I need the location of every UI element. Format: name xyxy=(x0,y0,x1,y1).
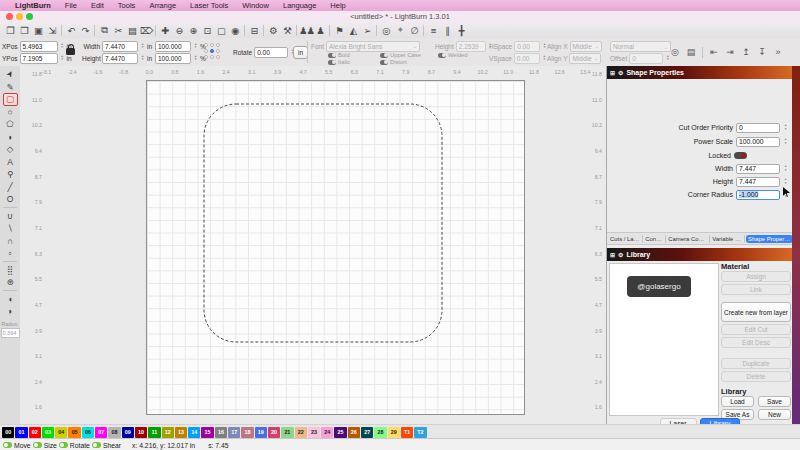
panel-tab-1[interactable]: Cuts / Lay... xyxy=(608,235,643,243)
undo-icon[interactable]: ↶ xyxy=(64,25,78,36)
undock-icon[interactable]: ⊞ xyxy=(610,251,615,258)
menu-language[interactable]: Language xyxy=(276,1,323,10)
italic-toggle[interactable]: Italic xyxy=(328,59,350,65)
shape-width-stepper[interactable] xyxy=(783,164,788,173)
undock-icon[interactable]: ⊞ xyxy=(610,69,615,76)
shape-height-stepper[interactable] xyxy=(783,177,788,186)
align-right-icon[interactable]: ⇥ xyxy=(723,47,737,57)
color-chip-18[interactable]: 18 xyxy=(241,427,253,438)
pan-icon[interactable]: ✚ xyxy=(158,25,172,36)
boolean-intersect-tool[interactable]: ∩ xyxy=(3,235,18,248)
toggle-shear[interactable]: Shear xyxy=(92,442,121,449)
overflow-icon[interactable]: » xyxy=(771,47,785,57)
color-chip-10[interactable]: 10 xyxy=(135,427,147,438)
font-select[interactable]: Alexia Bright Sans xyxy=(326,41,420,52)
color-chip-06[interactable]: 06 xyxy=(82,427,94,438)
color-chip-13[interactable]: 13 xyxy=(175,427,187,438)
welded-toggle[interactable]: Welded xyxy=(438,52,468,58)
height-stepper[interactable] xyxy=(140,54,145,63)
menu-lightburn[interactable]: LightBurn xyxy=(8,1,58,10)
color-chip-08[interactable]: 08 xyxy=(108,427,120,438)
color-chip-02[interactable]: 02 xyxy=(29,427,41,438)
position-laser-tool[interactable]: ⚲ xyxy=(3,168,18,181)
anchor-point-selector[interactable] xyxy=(204,43,220,59)
color-chip-T1[interactable]: T1 xyxy=(401,427,413,438)
rotate-input[interactable]: 0.00 xyxy=(254,47,288,58)
color-chip-05[interactable]: 05 xyxy=(68,427,80,438)
color-chip-12[interactable]: 12 xyxy=(162,427,174,438)
text-tool[interactable]: A xyxy=(3,156,18,169)
align-left-icon[interactable]: ⇤ xyxy=(707,47,721,57)
shape-height-input[interactable]: 7.447 xyxy=(736,177,780,187)
color-chip-21[interactable]: 21 xyxy=(281,427,293,438)
power-scale-stepper[interactable] xyxy=(783,137,788,146)
create-new-from-layer-button[interactable]: Create new from layer xyxy=(721,302,791,322)
work-area[interactable] xyxy=(146,80,525,415)
load-button[interactable]: Load xyxy=(721,396,754,407)
draw-lines-tool[interactable]: ✎ xyxy=(3,81,18,94)
panel-tab-3[interactable]: Camera Cont... xyxy=(666,235,710,243)
frame-selection-icon[interactable]: ▢ xyxy=(214,25,228,36)
menu-tools[interactable]: Tools xyxy=(111,1,143,10)
color-chip-24[interactable]: 24 xyxy=(321,427,333,438)
menu-window[interactable]: Window xyxy=(235,1,276,10)
rotary-icon[interactable]: ∅ xyxy=(407,25,421,36)
menu-file[interactable]: File xyxy=(58,1,84,10)
circular-array-tool[interactable]: ⊛ xyxy=(3,276,18,289)
width-scale-input[interactable]: 100.000 xyxy=(155,41,191,52)
print-frame-icon[interactable]: ▤ xyxy=(684,47,698,57)
link-button[interactable]: Link xyxy=(721,284,791,295)
edit-desc-button[interactable]: Edit Desc xyxy=(721,337,791,348)
library-header[interactable]: ⊞ ⚙ Library xyxy=(607,248,793,261)
delete-icon[interactable]: ⌦ xyxy=(139,25,153,36)
toggle-size[interactable]: Size xyxy=(33,442,57,449)
color-chip-07[interactable]: 07 xyxy=(95,427,107,438)
offset-shapes-tool[interactable]: O xyxy=(3,193,18,206)
paste-icon[interactable]: ▤ xyxy=(125,25,139,36)
size-toggle-icon[interactable] xyxy=(33,442,42,448)
measure-tool[interactable]: ╱ xyxy=(3,181,18,194)
move-to-origin-icon[interactable]: ╋ xyxy=(454,25,468,36)
width-scale-stepper[interactable] xyxy=(193,42,198,51)
machine-tools-icon[interactable]: ⚒ xyxy=(280,25,294,36)
offset-input[interactable]: 0 xyxy=(629,53,663,64)
color-chip-03[interactable]: 03 xyxy=(42,427,54,438)
color-chip-16[interactable]: 16 xyxy=(215,427,227,438)
distribute-h-icon[interactable]: ≡ xyxy=(426,25,440,36)
mirror-icon[interactable]: ◭ xyxy=(346,25,360,36)
copy-icon[interactable]: ⧉ xyxy=(97,24,111,36)
locked-toggle[interactable] xyxy=(734,152,747,159)
color-chip-09[interactable]: 09 xyxy=(122,427,134,438)
camera-capture-icon[interactable]: ◉ xyxy=(228,25,242,36)
menu-laser-tools[interactable]: Laser Tools xyxy=(183,1,235,10)
color-chip-28[interactable]: 28 xyxy=(374,427,386,438)
height-scale-stepper[interactable] xyxy=(193,54,198,63)
color-chip-22[interactable]: 22 xyxy=(295,427,307,438)
align-top-icon[interactable]: ↥ xyxy=(739,47,753,57)
cut-order-priority-input[interactable]: 0 xyxy=(736,123,780,133)
menu-arrange[interactable]: Arrange xyxy=(142,1,183,10)
preview-icon[interactable]: ⊟ xyxy=(247,25,261,36)
delete-button[interactable]: Delete xyxy=(721,371,791,382)
shape-library-tool-1[interactable]: ◖ xyxy=(3,293,18,306)
cut-icon[interactable]: ✂ xyxy=(111,25,125,36)
user-icon[interactable]: ♟ xyxy=(313,25,327,36)
save-icon[interactable]: ▣ xyxy=(31,25,45,36)
font-height-input[interactable]: 2.2539 xyxy=(456,41,486,52)
distribute-v-icon[interactable]: ∥ xyxy=(440,25,454,36)
color-chip-14[interactable]: 14 xyxy=(188,427,200,438)
ellipse-tool[interactable]: ○ xyxy=(3,106,18,119)
hspace-input[interactable]: 0.00 xyxy=(514,41,540,52)
color-chip-15[interactable]: 15 xyxy=(201,427,213,438)
shape-properties-header[interactable]: ⊞ ⚙ Shape Properties xyxy=(607,66,793,79)
home-icon[interactable]: ◎ xyxy=(379,25,393,36)
units-button[interactable]: in xyxy=(293,46,308,59)
color-chip-01[interactable]: 01 xyxy=(15,427,27,438)
width-stepper[interactable] xyxy=(140,42,145,51)
assign-button[interactable]: Assign xyxy=(721,271,791,282)
polygon-tool[interactable]: ⬠ xyxy=(3,118,18,131)
zoom-out-icon[interactable]: ⊖ xyxy=(172,25,186,36)
color-chip-00[interactable]: 00 xyxy=(2,427,14,438)
canvas[interactable]: -3.1-2.4-1.6-0.80.00.81.62.43.13.94.75.5… xyxy=(20,66,606,424)
open-file-icon[interactable]: ❒ xyxy=(17,25,31,36)
